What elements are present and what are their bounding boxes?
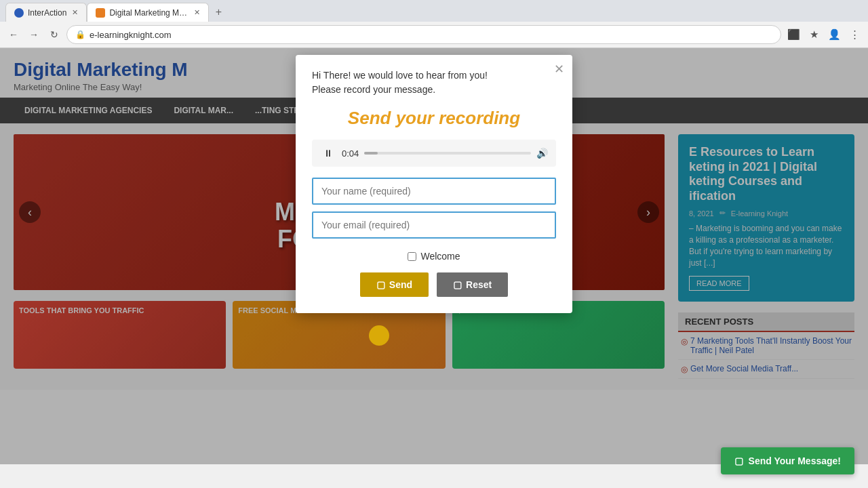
profile-icon[interactable]: 👤 (826, 26, 842, 43)
modal-intro-text: Hi There! we would love to hear from you… (312, 68, 556, 97)
lock-icon: 🔒 (75, 30, 85, 39)
floating-send-button[interactable]: ▢ Send Your Message! (721, 447, 854, 474)
url-text: e-learningknight.com (90, 30, 772, 40)
volume-icon[interactable]: 🔊 (536, 148, 548, 159)
send-button[interactable]: ▢ Send (360, 272, 429, 297)
tab-interaction-label: InterAction (28, 8, 66, 18)
pause-button[interactable]: ⏸ (320, 145, 336, 161)
audio-progress-track[interactable] (364, 152, 531, 155)
bookmark-icon[interactable]: ★ (806, 26, 822, 43)
extensions-icon[interactable]: ⬛ (785, 26, 802, 43)
email-input[interactable] (312, 211, 556, 239)
modal-intro-line2: Please record your message. (312, 84, 435, 95)
reload-button[interactable]: ↻ (46, 26, 62, 43)
tab-bar: InterAction ✕ Digital Marketing Made Eas… (0, 0, 868, 22)
modal-button-row: ▢ Send ▢ Reset (312, 272, 556, 297)
send-label: Send (389, 279, 412, 290)
tab-interaction-close[interactable]: ✕ (72, 8, 78, 17)
audio-time: 0:04 (342, 148, 359, 159)
checkbox-row: Welcome (312, 251, 556, 262)
toolbar-icons: ⬛ ★ 👤 ⋮ (785, 26, 863, 43)
welcome-label: Welcome (420, 251, 460, 262)
floating-send-icon: ▢ (734, 455, 743, 466)
modal-close-button[interactable]: ✕ (554, 62, 564, 77)
audio-progress-fill (364, 152, 378, 155)
tab-digital-marketing-label: Digital Marketing Made Eas... (109, 8, 189, 18)
menu-icon[interactable]: ⋮ (846, 26, 863, 43)
audio-player: ⏸ 0:04 🔊 (312, 140, 556, 167)
reset-label: Reset (466, 279, 492, 290)
send-icon: ▢ (376, 279, 385, 290)
modal-intro-line1: Hi There! we would love to hear from you… (312, 70, 488, 81)
new-tab-button[interactable]: + (209, 3, 228, 22)
forward-button[interactable]: → (26, 26, 42, 43)
address-bar-row: ← → ↻ 🔒 e-learningknight.com ⬛ ★ 👤 ⋮ (0, 22, 868, 47)
reset-icon: ▢ (453, 279, 462, 290)
address-bar[interactable]: 🔒 e-learningknight.com (66, 25, 781, 44)
tab-digital-marketing[interactable]: Digital Marketing Made Eas... ✕ (87, 3, 209, 22)
modal-overlay: ✕ Hi There! we would love to hear from y… (0, 48, 868, 464)
tab-interaction[interactable]: InterAction ✕ (5, 3, 87, 22)
modal-title: Send your recording (312, 108, 556, 129)
page-content: Digital Marketing M Marketing Online The… (0, 48, 868, 464)
browser-chrome: InterAction ✕ Digital Marketing Made Eas… (0, 0, 868, 48)
modal-dialog: ✕ Hi There! we would love to hear from y… (296, 55, 572, 313)
back-button[interactable]: ← (5, 26, 22, 43)
reset-button[interactable]: ▢ Reset (437, 272, 508, 297)
welcome-checkbox[interactable] (408, 252, 416, 261)
cursor-highlight (369, 325, 389, 346)
name-input-wrapper (312, 178, 556, 211)
floating-send-label: Send Your Message! (749, 455, 841, 466)
name-input[interactable] (312, 178, 556, 205)
tab-digital-marketing-close[interactable]: ✕ (194, 8, 200, 17)
